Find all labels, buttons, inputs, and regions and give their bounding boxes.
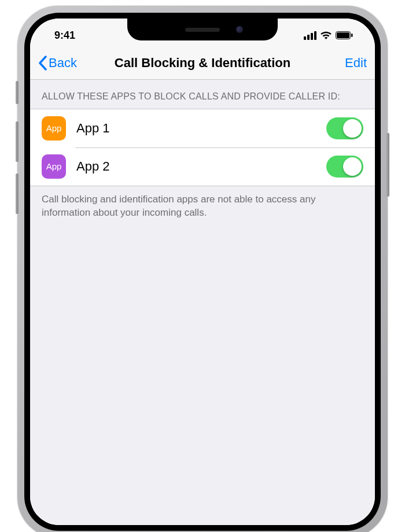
back-button[interactable]: Back xyxy=(38,56,77,71)
toggle-knob xyxy=(343,119,362,138)
nav-bar: Back Call Blocking & Identification Edit xyxy=(30,46,375,80)
apps-list: App App 1 App App 2 xyxy=(30,109,375,186)
toggle-switch[interactable] xyxy=(326,156,363,178)
front-camera xyxy=(236,26,243,33)
app-name-label: App 1 xyxy=(76,121,316,136)
phone-frame: 9:41 xyxy=(17,6,388,532)
phone-bezel: 9:41 xyxy=(24,13,381,531)
screen: 9:41 xyxy=(30,19,375,525)
section-header: ALLOW THESE APPS TO BLOCK CALLS AND PROV… xyxy=(30,80,375,109)
status-time: 9:41 xyxy=(46,24,75,42)
app-name-label: App 2 xyxy=(76,159,316,174)
battery-icon xyxy=(336,31,353,39)
app-row: App App 1 xyxy=(30,109,375,147)
wifi-icon xyxy=(320,31,332,40)
chevron-left-icon xyxy=(38,56,47,71)
content-area: ALLOW THESE APPS TO BLOCK CALLS AND PROV… xyxy=(30,80,375,525)
svg-rect-1 xyxy=(337,32,349,38)
notch xyxy=(127,19,278,40)
app-icon: App xyxy=(42,154,66,179)
app-icon: App xyxy=(42,116,66,141)
toggle-knob xyxy=(343,157,362,176)
mute-switch xyxy=(16,81,19,104)
volume-up-button xyxy=(16,121,19,162)
page-title: Call Blocking & Identification xyxy=(115,56,290,71)
status-indicators xyxy=(304,25,359,40)
side-button xyxy=(386,133,389,197)
section-footer: Call blocking and identification apps ar… xyxy=(30,186,375,227)
edit-button[interactable]: Edit xyxy=(345,56,367,71)
back-label: Back xyxy=(49,56,77,71)
toggle-switch[interactable] xyxy=(326,117,363,139)
speaker-grille xyxy=(185,28,220,32)
volume-down-button xyxy=(16,173,19,214)
svg-rect-2 xyxy=(351,34,353,37)
app-row: App App 2 xyxy=(30,147,375,186)
cellular-signal-icon xyxy=(304,31,316,40)
